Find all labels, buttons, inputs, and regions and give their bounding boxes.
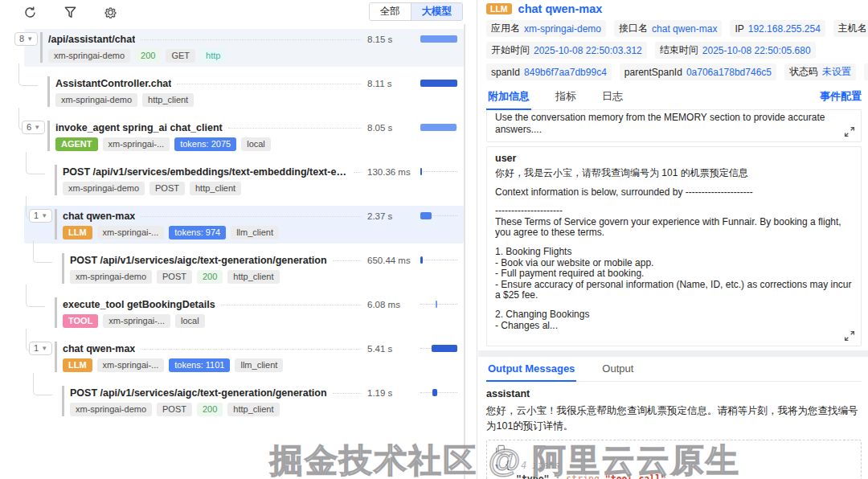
- output-tab-output[interactable]: Output: [600, 361, 635, 381]
- span-tag: http: [200, 49, 226, 63]
- filter-option-全部[interactable]: 全部: [370, 3, 411, 20]
- span-tag: tokens: 2075: [174, 137, 236, 151]
- meta-chip: 接口名chat qwen-max: [614, 20, 722, 37]
- section-divider: [478, 350, 868, 357]
- waterfall-track: [420, 80, 457, 87]
- meta-chip: 主机名: [833, 20, 868, 37]
- span-tag: llm_client: [231, 226, 279, 240]
- span-tag: xm-springai-...: [103, 314, 170, 328]
- dotted-leader: [177, 83, 362, 84]
- waterfall-bar: [420, 124, 457, 131]
- collapse-count-badge[interactable]: 1 ▼: [29, 209, 52, 223]
- trace-span-row[interactable]: POST /api/v1/services/aigc/text-generati…: [24, 383, 464, 420]
- span-name: /api/assistant/chat: [48, 34, 135, 45]
- span-tag: tokens: 974: [169, 226, 226, 240]
- span-accent-bar: [47, 76, 50, 107]
- span-duration: 1.19 s: [367, 388, 420, 398]
- tree-toolbar: 全部大模型: [0, 0, 477, 24]
- span-duration: 650.44 ms: [367, 256, 420, 265]
- span-detail-panel: LLM chat qwen-max 应用名xm-springai-demo接口名…: [478, 0, 868, 479]
- meta-chip: IP192.168.255.254: [730, 20, 825, 37]
- span-tag: GET: [166, 49, 195, 63]
- dotted-leader: [228, 127, 362, 129]
- tree-connector: [33, 373, 52, 395]
- filter-option-大模型[interactable]: 大模型: [411, 3, 463, 20]
- message-role: user: [495, 153, 853, 164]
- waterfall-track: [420, 345, 457, 352]
- collapse-count-badge[interactable]: 6 ▼: [22, 121, 45, 134]
- trace-span-row[interactable]: 6 ▼invoke_agent spring_ai chat_client8.0…: [24, 117, 464, 155]
- waterfall-track: [420, 389, 457, 396]
- span-duration: 5.41 s: [367, 344, 420, 354]
- dotted-leader: [354, 171, 362, 173]
- span-accent-bar: [47, 121, 50, 151]
- copy-icon[interactable]: [495, 444, 506, 455]
- detail-tab-指标[interactable]: 指标: [554, 87, 578, 109]
- waterfall-bar: [420, 168, 422, 175]
- span-accent-bar: [55, 209, 57, 240]
- tree-connector: [26, 285, 45, 307]
- span-duration: 8.11 s: [367, 79, 420, 88]
- waterfall-track: [420, 124, 457, 131]
- span-tag: xm-springai-...: [97, 226, 165, 240]
- meta-chip: 别名: [864, 63, 868, 80]
- span-title: chat qwen-max: [518, 2, 603, 15]
- dotted-leader: [333, 260, 362, 261]
- span-tag: http_client: [227, 403, 279, 416]
- span-tag: xm-springai-...: [97, 358, 165, 372]
- span-name: AssistantController.chat: [55, 78, 171, 89]
- tree-scrollbar[interactable]: [464, 24, 465, 479]
- meta-chip: spanId849b6f7aa7db99c4: [486, 63, 612, 80]
- json-entry: "type" : string "tool_call": [495, 473, 853, 479]
- settings-icon[interactable]: [104, 6, 117, 19]
- trace-span-row[interactable]: POST /api/v1/services/embeddings/text-em…: [24, 162, 464, 199]
- trace-span-row[interactable]: 8 ▼/api/assistant/chat8.15 sxm-springai-…: [24, 29, 464, 67]
- span-detail-header: LLM chat qwen-max: [486, 2, 862, 15]
- user-message-box: user 你好，我是云小宝，请帮我查询编号为 101 的机票预定信息 Conte…: [486, 146, 862, 346]
- trace-span-row[interactable]: 1 ▼chat qwen-max2.37 sLLMxm-springai-...…: [24, 206, 464, 244]
- system-message-box: Use the conversation memory from the MEM…: [486, 110, 862, 142]
- span-name: chat qwen-max: [63, 343, 135, 354]
- span-tag: local: [175, 314, 205, 328]
- trace-viewer-app: 全部大模型 8 ▼/api/assistant/chat8.15 sxm-spr…: [0, 0, 868, 479]
- expand-icon[interactable]: [844, 126, 855, 137]
- span-tag: LLM: [63, 358, 92, 372]
- expand-icon[interactable]: [844, 330, 855, 342]
- system-message-text: Use the conversation memory from the MEM…: [495, 112, 840, 136]
- span-tag: 200: [135, 49, 161, 63]
- filter-icon[interactable]: [63, 6, 77, 19]
- detail-tab-附加信息[interactable]: 附加信息: [486, 87, 531, 110]
- meta-chip: parentSpanId0a706a178bd746c5: [620, 63, 776, 80]
- span-duration: 130.36 ms: [367, 167, 420, 177]
- user-message-text: 你好，我是云小宝，请帮我查询编号为 101 的机票预定信息 Context in…: [495, 168, 853, 331]
- output-tab-output-messages[interactable]: Output Messages: [486, 361, 576, 382]
- refresh-icon[interactable]: [23, 6, 37, 19]
- assistant-message-text: 您好，云小宝！我很乐意帮助您查询机票预定信息。请稍等片刻，我将为您查找编号为10…: [486, 403, 862, 433]
- span-tag: AGENT: [55, 137, 98, 151]
- collapse-count-badge[interactable]: 1 ▼: [29, 342, 52, 355]
- span-tag: xm-springai-demo: [48, 49, 130, 63]
- span-tag: 200: [197, 403, 223, 416]
- collapse-count-badge[interactable]: 8 ▼: [14, 32, 38, 46]
- span-tag: 200: [197, 270, 223, 284]
- trace-span-row[interactable]: 1 ▼chat qwen-max5.41 sLLMxm-springai-...…: [24, 338, 464, 376]
- span-name: execute_tool getBookingDetails: [63, 299, 215, 310]
- trace-span-row[interactable]: execute_tool getBookingDetails6.08 msTOO…: [24, 294, 464, 332]
- span-tag: http_client: [190, 182, 241, 195]
- collapse-triangle-icon[interactable]: ▼: [495, 462, 499, 470]
- json-viewer: ▼ { 4 items "type" : string "tool_call""…: [486, 440, 862, 479]
- trace-span-row[interactable]: AssistantController.chat8.11 sxm-springa…: [24, 73, 464, 111]
- detail-tab-日志[interactable]: 日志: [600, 87, 624, 109]
- span-tag: xm-springai-demo: [70, 270, 152, 284]
- span-tag: POST: [157, 403, 192, 416]
- span-name: POST /api/v1/services/embeddings/text-em…: [63, 166, 348, 178]
- waterfall-bar: [432, 389, 437, 396]
- waterfall-track: [420, 256, 457, 264]
- span-tag: POST: [157, 270, 192, 284]
- event-config-link[interactable]: 事件配置: [820, 89, 862, 104]
- dotted-leader: [141, 39, 362, 40]
- json-root: ▼ { 4 items: [495, 459, 853, 473]
- waterfall-track: [420, 212, 457, 219]
- trace-span-row[interactable]: POST /api/v1/services/aigc/text-generati…: [24, 250, 464, 288]
- json-items-count: 4 items: [521, 460, 559, 471]
